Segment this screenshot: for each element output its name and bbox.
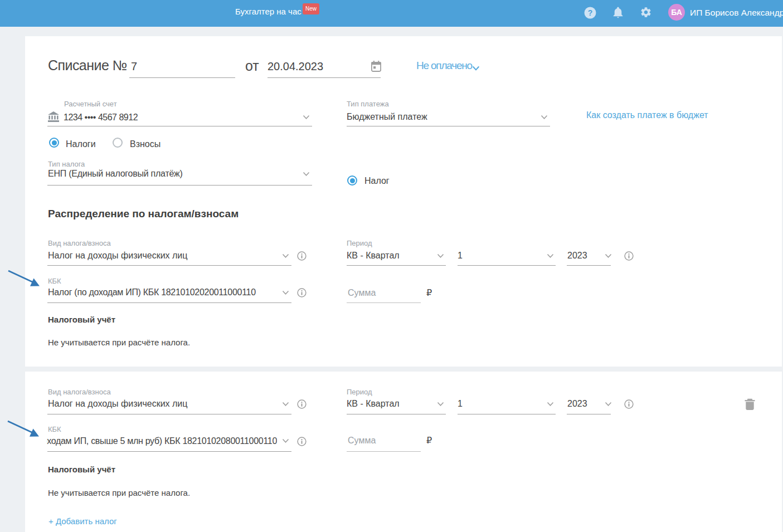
svg-text:?: ? [588, 8, 593, 17]
